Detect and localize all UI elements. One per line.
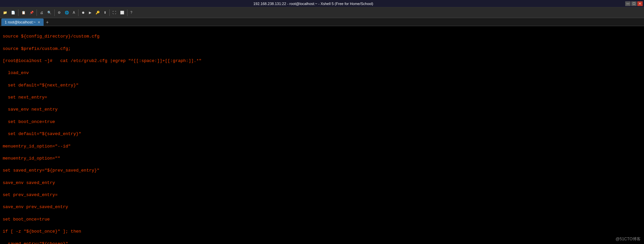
terminal-line: [root@localhost ~]# cat /etc/grub2.cfg |… [3, 58, 641, 64]
toolbar-separator-6 [127, 9, 127, 16]
toolbar-split-btn[interactable]: ⬜ [118, 9, 126, 17]
toolbar-separator-4 [78, 9, 78, 16]
toolbar-file-btn[interactable]: 📁 [1, 9, 9, 17]
toolbar-fullscreen-btn[interactable]: ⛶ [111, 9, 118, 17]
terminal-line: save_env saved_entry [3, 180, 641, 186]
tab-add-button[interactable]: + [44, 18, 51, 26]
toolbar-help-btn[interactable]: ? [129, 9, 134, 17]
toolbar-separator-2 [37, 9, 37, 16]
terminal-line: saved_entry="${chosen}" [3, 241, 641, 244]
toolbar-paste-btn[interactable]: 📌 [28, 9, 35, 17]
toolbar-separator-1 [18, 9, 18, 16]
terminal-line: source $prefix/custom.cfg; [3, 46, 641, 52]
maximize-button[interactable]: ☐ [631, 1, 637, 6]
toolbar-font-btn[interactable]: A [71, 9, 77, 17]
terminal-line: if [ -z "${boot_once}" ]; then [3, 229, 641, 235]
toolbar-play-btn[interactable]: ▶ [87, 9, 93, 17]
tab-bar: 1 root@localhost:~ ✕ + [0, 18, 644, 26]
toolbar-globe-btn[interactable]: 🌐 [63, 9, 70, 17]
toolbar: 📁 📄 📋 📌 🖨 🔍 ⚙ 🌐 A ⏺ ▶ 🔑 ⬆ ⛶ ⬜ ? [0, 7, 644, 18]
terminal-line: set prev_saved_entry= [3, 192, 641, 198]
terminal-line: set default="${saved_entry}" [3, 131, 641, 137]
terminal[interactable]: source ${config_directory}/custom.cfg so… [0, 26, 644, 244]
active-tab[interactable]: 1 root@localhost:~ ✕ [1, 18, 44, 26]
terminal-line: set saved_entry="${prev_saved_entry}" [3, 168, 641, 174]
tab-close-button[interactable]: ✕ [38, 20, 40, 24]
close-button[interactable]: ✕ [637, 1, 643, 6]
terminal-line: set boot_once=true [3, 217, 641, 223]
terminal-line: set next_entry= [3, 95, 641, 101]
toolbar-separator-3 [54, 9, 55, 16]
title-text: 192.168.238.131:22 - root@localhost:~ - … [1, 2, 625, 6]
toolbar-key-btn[interactable]: 🔑 [94, 9, 101, 17]
title-bar: 192.168.238.131:22 - root@localhost:~ - … [0, 0, 644, 7]
terminal-line: set default="${next_entry}" [3, 82, 641, 88]
toolbar-transfer-btn[interactable]: ⬆ [102, 9, 108, 17]
terminal-line: menuentry_id_option="" [3, 156, 641, 162]
toolbar-rec-btn[interactable]: ⏺ [80, 9, 87, 17]
terminal-line: save_env prev_saved_entry [3, 204, 641, 210]
terminal-line: menuentry_id_option="--id" [3, 143, 641, 149]
window-controls: — ☐ ✕ [625, 1, 643, 6]
terminal-line: set boot_once=true [3, 119, 641, 125]
toolbar-copy-btn[interactable]: 📋 [20, 9, 27, 17]
toolbar-separator-5 [109, 9, 110, 16]
toolbar-print-btn[interactable]: 🖨 [38, 9, 45, 17]
watermark: @51CTO博客 [615, 236, 641, 242]
minimize-button[interactable]: — [625, 1, 631, 6]
toolbar-new-btn[interactable]: 📄 [9, 9, 17, 17]
terminal-line: save_env next_entry [3, 107, 641, 113]
terminal-line: source ${config_directory}/custom.cfg [3, 34, 641, 40]
tab-label: 1 root@localhost:~ [5, 20, 36, 24]
toolbar-zoom-btn[interactable]: 🔍 [46, 9, 53, 17]
toolbar-options-btn[interactable]: ⚙ [56, 9, 62, 17]
terminal-line: load_env [3, 70, 641, 76]
